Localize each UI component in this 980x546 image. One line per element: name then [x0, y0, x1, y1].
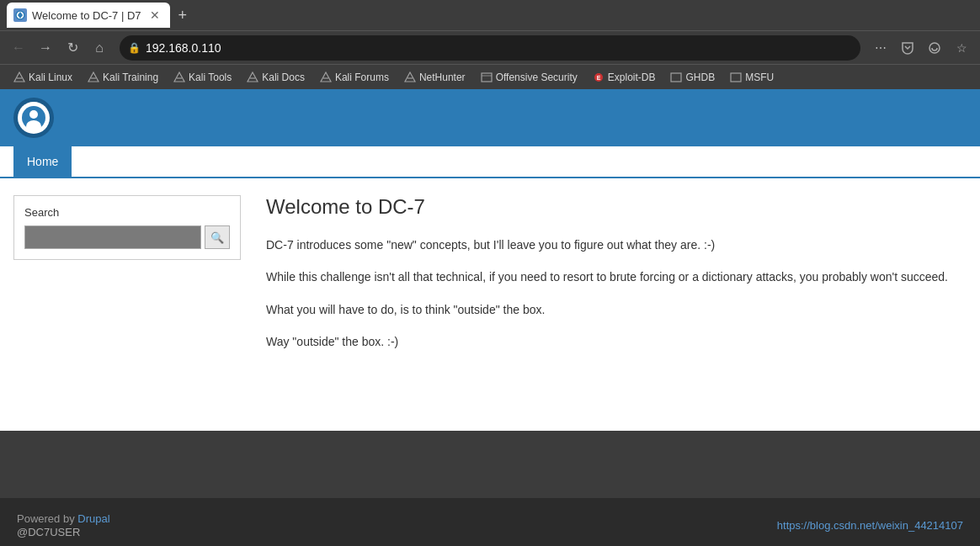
- svg-point-1: [929, 43, 940, 53]
- svg-rect-5: [671, 73, 681, 82]
- back-button[interactable]: ←: [7, 36, 30, 60]
- bookmark-kali-forums[interactable]: Kali Forums: [313, 69, 396, 86]
- forward-button[interactable]: →: [34, 36, 57, 60]
- tab-close-button[interactable]: ✕: [146, 7, 163, 24]
- navigation-bar: ← → ↻ ⌂ 🔒 ⋯ ☆: [0, 30, 980, 64]
- address-bar[interactable]: [146, 41, 852, 55]
- search-label: Search: [24, 206, 230, 219]
- site-header: [0, 89, 980, 146]
- site-main: Search 🔍 Welcome to DC-7 DC-7 introduces…: [0, 178, 980, 431]
- footer-left: Powered by Drupal @DC7USER: [17, 512, 110, 538]
- main-content: Welcome to DC-7 DC-7 introduces some "ne…: [258, 195, 967, 414]
- page-content: Home Search 🔍 Welcome to DC-7 DC-7 intro…: [0, 89, 980, 431]
- search-button[interactable]: 🔍: [205, 225, 230, 249]
- bookmark-exploit-db[interactable]: E Exploit-DB: [586, 69, 663, 86]
- tab-bar: Welcome to DC-7 | D7 ✕ +: [0, 0, 980, 30]
- site-navigation: Home: [0, 146, 980, 178]
- bookmark-kali-linux[interactable]: Kali Linux: [7, 69, 79, 86]
- footer-user: @DC7USER: [17, 526, 80, 538]
- extensions-button[interactable]: ⋯: [869, 36, 892, 60]
- tab-title: Welcome to DC-7 | D7: [32, 9, 141, 22]
- paragraph-2: While this challenge isn't all that tech…: [266, 268, 967, 286]
- nav-home[interactable]: Home: [13, 146, 72, 178]
- sync-button[interactable]: [923, 36, 946, 60]
- search-icon: 🔍: [210, 231, 224, 244]
- paragraph-1: DC-7 introduces some "new" concepts, but…: [266, 236, 967, 254]
- tab-favicon: [13, 8, 27, 22]
- reload-button[interactable]: ↻: [61, 36, 84, 60]
- bookmark-kali-training[interactable]: Kali Training: [81, 69, 165, 86]
- site-footer: Powered by Drupal @DC7USER https://blog.…: [0, 498, 980, 546]
- csdn-link[interactable]: https://blog.csdn.net/weixin_44214107: [777, 519, 963, 532]
- page-title: Welcome to DC-7: [266, 195, 967, 219]
- site-logo: [13, 98, 54, 138]
- bookmark-nethunter[interactable]: NetHunter: [397, 69, 472, 86]
- svg-rect-2: [482, 73, 492, 82]
- bookmark-offensive-security[interactable]: Offensive Security: [474, 69, 584, 86]
- active-tab[interactable]: Welcome to DC-7 | D7 ✕: [7, 3, 170, 28]
- search-input[interactable]: [24, 225, 201, 249]
- browser-chrome: Welcome to DC-7 | D7 ✕ + ← → ↻ ⌂ 🔒 ⋯: [0, 0, 980, 89]
- nav-icons-right: ⋯ ☆: [869, 36, 973, 60]
- new-tab-button[interactable]: +: [173, 3, 193, 28]
- bookmark-ghdb[interactable]: GHDB: [663, 69, 722, 86]
- bookmark-msfu[interactable]: MSFU: [723, 69, 780, 86]
- logo-inner: [18, 102, 50, 134]
- paragraph-3: What you will have to do, is to think "o…: [266, 300, 967, 319]
- powered-by-text: Powered by Drupal: [17, 512, 110, 525]
- drupal-link[interactable]: Drupal: [77, 512, 109, 525]
- bookmark-kali-docs[interactable]: Kali Docs: [240, 69, 312, 86]
- pocket-button[interactable]: [896, 36, 919, 60]
- search-row: 🔍: [24, 225, 230, 249]
- search-block: Search 🔍: [13, 195, 241, 260]
- bookmark-kali-tools[interactable]: Kali Tools: [167, 69, 238, 86]
- bookmark-star-button[interactable]: ☆: [950, 36, 973, 60]
- security-icon: 🔒: [128, 42, 141, 54]
- paragraph-4: Way "outside" the box. :-): [266, 332, 967, 351]
- svg-point-8: [29, 110, 38, 119]
- svg-text:E: E: [596, 75, 600, 81]
- footer-gray-area: [0, 431, 980, 498]
- page-body: DC-7 introduces some "new" concepts, but…: [266, 236, 967, 352]
- bookmarks-bar: Kali Linux Kali Training Kali Tools Kali…: [0, 64, 980, 89]
- home-button[interactable]: ⌂: [88, 36, 111, 60]
- sidebar: Search 🔍: [13, 195, 241, 414]
- address-bar-wrapper[interactable]: 🔒: [120, 35, 860, 61]
- svg-rect-6: [731, 73, 741, 82]
